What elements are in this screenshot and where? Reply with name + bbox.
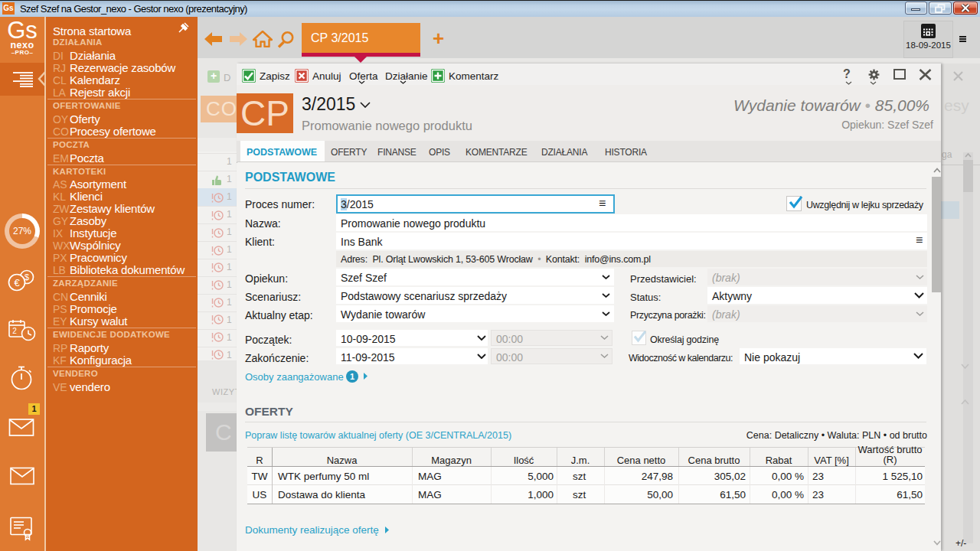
svg-text:€: €	[14, 277, 20, 289]
svg-text:2: 2	[12, 327, 17, 335]
